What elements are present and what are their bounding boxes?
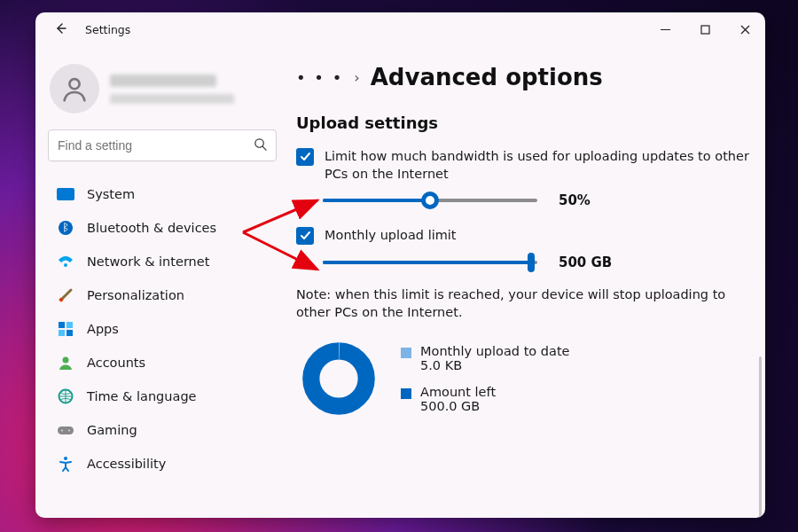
nav-list: System Bluetooth & devices Network & int… bbox=[48, 177, 277, 518]
person-icon bbox=[60, 74, 89, 103]
search-input[interactable] bbox=[58, 138, 254, 153]
nav-item-time-language[interactable]: Time & language bbox=[48, 379, 277, 413]
system-icon bbox=[55, 184, 76, 205]
nav-item-accessibility[interactable]: Accessibility bbox=[48, 447, 277, 481]
nav-item-personalization[interactable]: Personalization bbox=[48, 278, 277, 312]
close-icon bbox=[740, 25, 750, 35]
back-arrow-icon bbox=[54, 22, 66, 35]
check-icon bbox=[299, 230, 311, 242]
gaming-icon bbox=[55, 419, 76, 441]
nav-label: Gaming bbox=[87, 423, 137, 437]
svg-rect-15 bbox=[59, 330, 65, 336]
svg-point-22 bbox=[64, 457, 67, 460]
monthly-limit-checkbox[interactable] bbox=[296, 227, 314, 245]
nav-label: System bbox=[87, 187, 135, 201]
svg-point-20 bbox=[61, 430, 63, 432]
limit-note: Note: when this limit is reached, your d… bbox=[296, 286, 753, 322]
bandwidth-slider[interactable] bbox=[323, 192, 537, 209]
nav-item-gaming[interactable]: Gaming bbox=[48, 413, 277, 447]
close-button[interactable] bbox=[725, 12, 765, 46]
to-date-value: 5.0 KB bbox=[420, 358, 570, 372]
to-date-label: Monthly upload to date bbox=[420, 344, 570, 358]
bluetooth-icon bbox=[55, 217, 76, 239]
svg-rect-13 bbox=[59, 322, 65, 328]
monthly-limit-value: 500 GB bbox=[559, 254, 615, 270]
nav-item-accounts[interactable]: Accounts bbox=[48, 346, 277, 379]
slider-thumb[interactable] bbox=[421, 192, 439, 209]
profile-name-redacted bbox=[110, 74, 234, 104]
nav-label: Network & internet bbox=[87, 254, 209, 269]
apps-icon bbox=[55, 318, 76, 340]
avatar bbox=[50, 64, 99, 113]
svg-point-21 bbox=[68, 430, 70, 432]
search-box[interactable] bbox=[48, 129, 277, 161]
amount-left-value: 500.0 GB bbox=[420, 399, 496, 413]
maximize-icon bbox=[700, 25, 710, 35]
section-title-upload: Upload settings bbox=[296, 113, 753, 132]
monthly-limit-label: Monthly upload limit bbox=[325, 227, 457, 245]
personalization-icon bbox=[55, 285, 76, 306]
svg-point-10 bbox=[64, 263, 67, 267]
search-icon bbox=[254, 137, 267, 154]
maximize-button[interactable] bbox=[685, 12, 725, 46]
check-icon bbox=[299, 151, 311, 163]
nav-label: Accounts bbox=[87, 356, 145, 370]
upload-donut-chart bbox=[296, 336, 381, 421]
accessibility-icon bbox=[55, 453, 76, 474]
back-button[interactable] bbox=[51, 22, 69, 37]
nav-item-network[interactable]: Network & internet bbox=[48, 245, 277, 278]
nav-label: Time & language bbox=[87, 389, 197, 403]
svg-rect-8 bbox=[57, 188, 74, 200]
minimize-icon bbox=[661, 25, 670, 35]
swatch-to-date bbox=[401, 348, 411, 358]
svg-point-5 bbox=[69, 79, 79, 89]
breadcrumb-overflow-button[interactable]: • • • bbox=[296, 68, 343, 87]
nav-label: Personalization bbox=[87, 288, 184, 302]
page-title: Advanced options bbox=[371, 64, 603, 90]
option-monthly-limit: Monthly upload limit bbox=[296, 227, 753, 245]
time-language-icon bbox=[55, 386, 76, 407]
titlebar: Settings bbox=[35, 12, 765, 46]
settings-window: Settings bbox=[35, 12, 765, 518]
content-pane: • • • › Advanced options Upload settings… bbox=[289, 46, 765, 518]
nav-label: Bluetooth & devices bbox=[87, 221, 216, 235]
monthly-limit-slider[interactable] bbox=[323, 254, 537, 271]
profile-block[interactable] bbox=[50, 64, 277, 113]
svg-rect-2 bbox=[701, 26, 709, 34]
breadcrumb: • • • › Advanced options bbox=[296, 64, 753, 90]
bandwidth-limit-checkbox[interactable] bbox=[296, 148, 314, 166]
legend-to-date: Monthly upload to date 5.0 KB bbox=[401, 344, 570, 372]
option-bandwidth-limit: Limit how much bandwidth is used for upl… bbox=[296, 148, 753, 183]
legend-amount-left: Amount left 500.0 GB bbox=[401, 385, 570, 413]
amount-left-label: Amount left bbox=[420, 385, 496, 399]
nav-label: Apps bbox=[87, 322, 119, 336]
svg-rect-19 bbox=[58, 426, 74, 434]
nav-item-apps[interactable]: Apps bbox=[48, 312, 277, 346]
bandwidth-limit-label: Limit how much bandwidth is used for upl… bbox=[325, 148, 753, 183]
nav-label: Accessibility bbox=[87, 457, 166, 471]
nav-item-bluetooth[interactable]: Bluetooth & devices bbox=[48, 211, 277, 245]
svg-point-17 bbox=[63, 357, 69, 364]
scrollbar[interactable] bbox=[759, 356, 762, 518]
svg-rect-14 bbox=[66, 322, 73, 328]
svg-line-7 bbox=[262, 146, 266, 150]
app-title: Settings bbox=[85, 23, 130, 36]
slider-thumb[interactable] bbox=[528, 253, 535, 272]
upload-stats: Monthly upload to date 5.0 KB Amount lef… bbox=[296, 336, 753, 421]
bandwidth-value: 50% bbox=[559, 192, 615, 208]
minimize-button[interactable] bbox=[645, 12, 685, 46]
svg-line-12 bbox=[63, 290, 71, 298]
nav-item-system[interactable]: System bbox=[48, 177, 277, 211]
sidebar: System Bluetooth & devices Network & int… bbox=[35, 46, 289, 518]
chevron-right-icon: › bbox=[354, 69, 359, 86]
svg-point-6 bbox=[255, 138, 263, 146]
svg-rect-16 bbox=[66, 330, 73, 336]
network-icon bbox=[55, 251, 76, 272]
accounts-icon bbox=[55, 352, 76, 373]
swatch-amount-left bbox=[401, 388, 411, 399]
